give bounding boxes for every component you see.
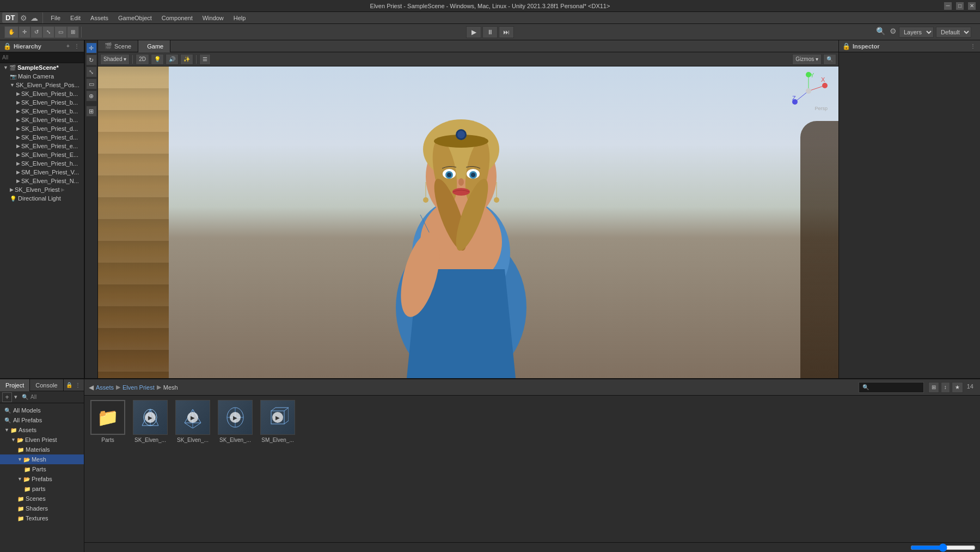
move-tool[interactable]: ✛: [86, 43, 97, 53]
default-dropdown[interactable]: Default: [936, 27, 971, 38]
assets-search-input[interactable]: [859, 382, 924, 393]
shading-dropdown[interactable]: Shaded ▾: [100, 54, 130, 65]
tree-textures[interactable]: 📁 Textures: [0, 513, 84, 523]
maximize-button[interactable]: □: [956, 2, 964, 10]
assets-filter-btn[interactable]: ↕: [941, 382, 950, 393]
assets-view-btn[interactable]: ⊞: [928, 382, 939, 393]
folder-back-btn[interactable]: ◀: [89, 384, 94, 391]
tab-console[interactable]: Console: [30, 379, 63, 391]
menu-window[interactable]: Window: [198, 14, 228, 22]
fx-btn[interactable]: ✨: [180, 54, 193, 65]
layers-dropdown[interactable]: Layers: [899, 27, 934, 38]
move-tool-button[interactable]: ✛: [19, 26, 30, 38]
svg-text:X: X: [821, 76, 825, 83]
hierarchy-item-sk-b3[interactable]: ▶ SK_Elven_Priest_b...: [0, 107, 84, 116]
project-lock-btn[interactable]: 🔒: [65, 381, 73, 389]
transform-tool-button[interactable]: ⊞: [67, 26, 79, 38]
search-filter-icon: 🔍: [22, 394, 28, 400]
assets-star-btn[interactable]: ★: [952, 382, 963, 393]
play-overlay-1: ▶: [145, 412, 156, 423]
step-button[interactable]: ⏭: [499, 26, 514, 38]
viewport-search-btn[interactable]: 🔍: [823, 54, 836, 65]
hierarchy-item-sk-n[interactable]: ▶ SK_Elven_Priest_N...: [0, 177, 84, 185]
rect-tool[interactable]: ▭: [86, 78, 97, 89]
hierarchy-item-sk-d1[interactable]: ▶ SK_Elven_Priest_d...: [0, 124, 84, 133]
title-bar: Elven Priest - SampleScene - Windows, Ma…: [0, 0, 980, 12]
hierarchy-item-sk-d2[interactable]: ▶ SK_Elven_Priest_d...: [0, 133, 84, 142]
hierarchy-item-sk-b2[interactable]: ▶ SK_Elven_Priest_b...: [0, 98, 84, 107]
tree-materials[interactable]: 📁 Materials: [0, 445, 84, 454]
project-add-button[interactable]: +: [2, 392, 12, 402]
menu-gameobject[interactable]: GameObject: [114, 14, 156, 22]
tree-mesh[interactable]: ▼ 📂 Mesh: [0, 454, 84, 464]
hierarchy-lock-icon[interactable]: 🔒: [3, 43, 11, 50]
hierarchy-item-sk-h[interactable]: ▶ SK_Elven_Priest_h...: [0, 159, 84, 168]
tree-parts[interactable]: 📁 Parts: [0, 464, 84, 474]
hierarchy-item-sk-priest-pos[interactable]: ▼ SK_Elven_Priest_Pos...: [0, 81, 84, 89]
scene-view-btn[interactable]: ☰: [199, 54, 211, 65]
menu-edit[interactable]: Edit: [66, 14, 85, 22]
hierarchy-search-input[interactable]: [0, 52, 84, 63]
2d-btn[interactable]: 2D: [136, 54, 149, 65]
menu-help[interactable]: Help: [229, 14, 250, 22]
tab-scene[interactable]: 🎬 Scene: [98, 40, 138, 52]
inspector-more-button[interactable]: ⋮: [969, 43, 977, 50]
tab-project[interactable]: Project: [0, 379, 30, 391]
tab-game[interactable]: Game: [138, 40, 170, 52]
rect-tool-button[interactable]: ▭: [54, 26, 67, 38]
hierarchy-add-button[interactable]: +: [64, 43, 72, 50]
lighting-btn[interactable]: 💡: [151, 54, 164, 65]
audio-btn[interactable]: 🔊: [166, 54, 179, 65]
project-more-btn[interactable]: ⋮: [74, 381, 82, 389]
parts-sub-label: parts: [32, 486, 45, 492]
asset-sk-elven-3[interactable]: ▶ SK_Elven_...: [216, 400, 254, 443]
hierarchy-scene-root[interactable]: ▼ 🎬 SampleScene*: [0, 63, 84, 72]
collab-icon[interactable]: ⚙: [890, 27, 897, 38]
play-button[interactable]: ▶: [466, 26, 481, 38]
asset-sk-elven-2[interactable]: ▶ SK_Elven_...: [174, 400, 212, 443]
tree-all-models[interactable]: 🔍 All Models: [0, 405, 84, 415]
inspector-lock-icon[interactable]: 🔒: [842, 43, 850, 50]
hand-tool-button[interactable]: ✋: [4, 26, 19, 38]
menu-file[interactable]: File: [46, 14, 65, 22]
tree-all-prefabs[interactable]: 🔍 All Prefabs: [0, 415, 84, 425]
hierarchy-item-dir-light[interactable]: 💡 Directional Light: [0, 194, 84, 203]
hierarchy-item-sk-priest[interactable]: ▶ SK_Elven_Priest ▶: [0, 185, 84, 194]
hierarchy-item-main-camera[interactable]: 📷 Main Camera: [0, 72, 84, 81]
window-controls[interactable]: ─ □ ✕: [944, 2, 976, 10]
search-icon[interactable]: 🔍: [876, 27, 885, 38]
asset-sm-elven[interactable]: ▶ SM_Elven_...: [259, 400, 297, 443]
asset-sk-elven-1[interactable]: ▶ SK_Elven_...: [131, 400, 169, 443]
hierarchy-item-sk-b1[interactable]: ▶ SK_Elven_Priest_b...: [0, 89, 84, 98]
hierarchy-item-sk-e1[interactable]: ▶ SK_Elven_Priest_e...: [0, 142, 84, 150]
hierarchy-item-sm-v[interactable]: ▶ SM_Elven_Priest_V...: [0, 168, 84, 177]
breadcrumb-assets[interactable]: Assets: [96, 384, 114, 391]
tree-elven-priest[interactable]: ▼ 📂 Elven Priest: [0, 435, 84, 445]
gizmos-btn[interactable]: Gizmos ▾: [792, 54, 822, 65]
hierarchy-item-sk-b4[interactable]: ▶ SK_Elven_Priest_b...: [0, 116, 84, 124]
hierarchy-more-button[interactable]: ⋮: [73, 43, 81, 50]
menu-component[interactable]: Component: [157, 14, 197, 22]
tree-assets[interactable]: ▼ 📁 Assets: [0, 425, 84, 435]
scale-tool-button[interactable]: ⤡: [42, 26, 54, 38]
tree-parts-sub[interactable]: 📁 parts: [0, 484, 84, 494]
pause-button[interactable]: ⏸: [482, 26, 498, 38]
minimize-button[interactable]: ─: [944, 2, 952, 10]
combo-tool[interactable]: ⊕: [86, 90, 97, 101]
rotate-tool[interactable]: ↻: [86, 54, 97, 65]
settings-icon[interactable]: ⚙: [20, 14, 27, 22]
hierarchy-item-sk-E2[interactable]: ▶ SK_Elven_Priest_E...: [0, 150, 84, 159]
tree-shaders[interactable]: 📁 Shaders: [0, 504, 84, 513]
asset-parts[interactable]: 📁 Parts: [89, 400, 127, 443]
scene-viewport[interactable]: X Y Z: [98, 66, 838, 378]
scale-tool[interactable]: ⤡: [86, 66, 97, 77]
extra-tool[interactable]: ⊞: [86, 106, 97, 117]
breadcrumb-elven-priest[interactable]: Elven Priest: [122, 384, 155, 391]
menu-assets[interactable]: Assets: [86, 14, 113, 22]
close-button[interactable]: ✕: [968, 2, 976, 10]
zoom-slider[interactable]: [910, 543, 976, 552]
rotate-tool-button[interactable]: ↺: [30, 26, 42, 38]
tree-prefabs[interactable]: ▼ 📂 Prefabs: [0, 474, 84, 484]
tree-scenes[interactable]: 📁 Scenes: [0, 494, 84, 504]
cloud-icon[interactable]: ☁: [30, 14, 38, 22]
